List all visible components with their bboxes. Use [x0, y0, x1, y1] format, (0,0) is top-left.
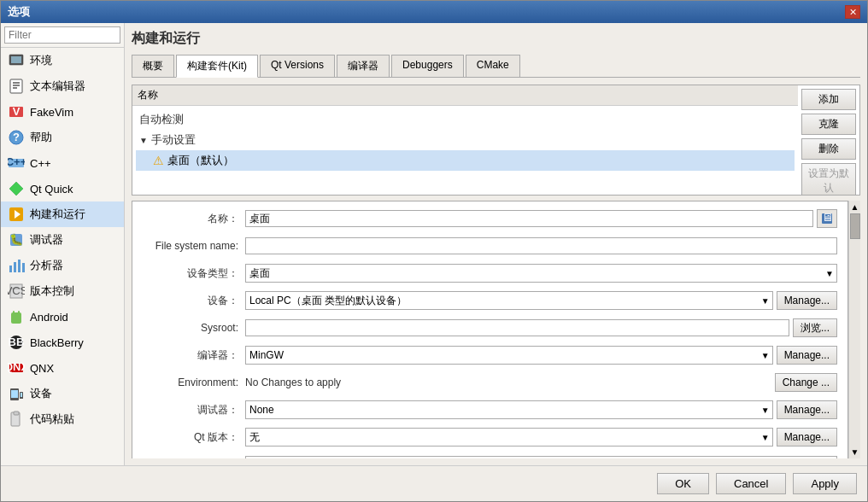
form-row-debugger: 调试器： None ▼: [143, 400, 837, 420]
sidebar-item-devices[interactable]: 设备: [1, 381, 124, 406]
svg-marker-12: [9, 182, 23, 196]
tree-manual-group[interactable]: ▼ 手动设置: [136, 130, 795, 150]
tab-overview[interactable]: 概要: [132, 55, 174, 77]
sidebar-item-blackberry[interactable]: BB BlackBerry: [1, 330, 124, 355]
tree-kit-desktop[interactable]: ⚠ 桌面（默认）: [136, 150, 795, 171]
environment-icon: [8, 52, 25, 69]
manage-debugger-button[interactable]: Manage...: [777, 400, 837, 419]
input-sysroot[interactable]: [245, 319, 789, 336]
sysroot-wrap: 浏览...: [245, 318, 837, 337]
sidebar-item-buildrun[interactable]: 构建和运行: [1, 201, 124, 227]
input-name[interactable]: [245, 210, 813, 227]
select-device-container: Local PC（桌面 类型的默认设备） ▼: [245, 291, 773, 310]
env-wrap: No Changes to apply Change ...: [245, 373, 837, 392]
sidebar-item-env[interactable]: 环境: [1, 48, 124, 73]
sidebar-item-debugger[interactable]: 🐛 调试器: [1, 227, 124, 253]
sidebar-item-codepaste[interactable]: 代码粘贴: [1, 406, 124, 432]
filter-input[interactable]: [4, 26, 120, 44]
svg-text:BB: BB: [9, 336, 25, 348]
form-row-name: 名称： 🖥: [143, 208, 837, 229]
tab-compilers[interactable]: 编译器: [337, 55, 390, 77]
control-environment: No Changes to apply Change ...: [245, 373, 837, 392]
label-environment: Environment:: [143, 376, 245, 388]
ok-button[interactable]: OK: [657, 473, 709, 494]
svg-rect-1: [11, 56, 21, 63]
scroll-down-btn[interactable]: ▼: [851, 447, 859, 457]
cancel-button[interactable]: Cancel: [716, 473, 786, 494]
sidebar-item-help[interactable]: ? 帮助: [1, 125, 124, 150]
tabs: 概要 构建套件(Kit) Qt Versions 编译器 Debuggers C…: [132, 55, 860, 78]
svg-rect-26: [18, 311, 20, 313]
bottom-bar: OK Cancel Apply: [1, 465, 867, 501]
select-qtversion[interactable]: 无: [245, 428, 773, 447]
name-icon-button[interactable]: 🖥: [817, 209, 837, 228]
sidebar-item-qnx[interactable]: QNX QNX: [1, 355, 124, 381]
select-compiler[interactable]: MinGW: [245, 346, 773, 365]
sidebar-label-analyzer: 分析器: [30, 258, 63, 273]
window-title: 选项: [8, 4, 30, 20]
scrollbar-thumb[interactable]: [850, 213, 860, 239]
change-env-button[interactable]: Change ...: [775, 373, 837, 392]
svg-text:C++: C++: [8, 155, 25, 168]
set-default-button[interactable]: 设置为默认: [801, 163, 856, 196]
form-row-device: 设备： Local PC（桌面 类型的默认设备） ▼: [143, 290, 837, 311]
sidebar-label-help: 帮助: [30, 130, 52, 145]
devices-icon: [8, 385, 25, 402]
help-icon: ?: [8, 129, 25, 146]
delete-kit-button[interactable]: 删除: [801, 138, 856, 160]
sidebar-label-fakevim: FakeVim: [30, 106, 73, 119]
env-value: No Changes to apply: [245, 375, 771, 390]
tree-auto-detect[interactable]: 自动检测: [136, 109, 795, 130]
input-fsname[interactable]: [245, 237, 837, 254]
svg-rect-19: [18, 260, 21, 272]
tab-qt-versions[interactable]: Qt Versions: [260, 55, 335, 77]
cpp-icon: C++: [8, 155, 25, 172]
sidebar-item-analyzer[interactable]: 分析器: [1, 253, 124, 278]
svg-text:QNX: QNX: [8, 360, 25, 373]
debugger-icon: 🐛: [8, 231, 25, 248]
manage-qtversion-button[interactable]: Manage...: [777, 428, 837, 447]
sidebar: 环境 文本编辑器 V FakeVim: [1, 23, 125, 465]
kit-panel: 名称 自动检测 ▼ 手动设置 ⚠ 桌面（默认）: [132, 85, 860, 196]
expand-arrow-icon: ▼: [139, 136, 148, 145]
browse-sysroot-button[interactable]: 浏览...: [793, 318, 837, 337]
input-qtmkspec[interactable]: [245, 456, 837, 458]
scroll-up-btn[interactable]: ▲: [851, 202, 859, 212]
sidebar-item-android[interactable]: Android: [1, 304, 124, 330]
blackberry-icon: BB: [8, 334, 25, 351]
tab-cmake[interactable]: CMake: [466, 55, 520, 77]
select-device[interactable]: Local PC（桌面 类型的默认设备）: [245, 291, 773, 310]
label-sysroot: Sysroot:: [143, 322, 245, 334]
main-content: 环境 文本编辑器 V FakeVim: [1, 23, 867, 465]
label-debugger: 调试器：: [143, 403, 245, 417]
select-devicetype[interactable]: 桌面: [245, 264, 837, 283]
clone-kit-button[interactable]: 克隆: [801, 114, 856, 135]
sidebar-item-qtquick[interactable]: Qt Quick: [1, 176, 124, 201]
apply-button[interactable]: Apply: [793, 473, 857, 494]
label-device: 设备：: [143, 294, 245, 308]
form-inner: 名称： 🖥: [132, 201, 847, 458]
form-scrollbar: ▲ ▼: [848, 201, 860, 458]
select-debugger[interactable]: None: [245, 400, 773, 419]
window: 选项 ✕ 环境: [0, 0, 868, 502]
control-devicetype: 桌面 ▼: [245, 264, 837, 283]
tab-debuggers[interactable]: Debuggers: [391, 55, 464, 77]
sidebar-label-qnx: QNX: [30, 362, 54, 375]
manual-label: 手动设置: [151, 132, 196, 148]
manage-compiler-button[interactable]: Manage...: [777, 346, 837, 365]
control-qtversion: 无 ▼ Manage...: [245, 428, 837, 447]
add-kit-button[interactable]: 添加: [801, 89, 856, 110]
sidebar-item-texteditor[interactable]: 文本编辑器: [1, 73, 124, 99]
sidebar-item-versioncontrol[interactable]: VCS 版本控制: [1, 278, 124, 304]
manage-device-button[interactable]: Manage...: [777, 291, 837, 310]
svg-text:🐛: 🐛: [9, 232, 24, 247]
close-button[interactable]: ✕: [845, 5, 860, 19]
tab-kits[interactable]: 构建套件(Kit): [176, 55, 258, 78]
sidebar-item-fakevim[interactable]: V FakeVim: [1, 99, 124, 125]
sidebar-items: 环境 文本编辑器 V FakeVim: [1, 48, 124, 465]
sidebar-item-cpp[interactable]: C++ C++: [1, 150, 124, 176]
titlebar: 选项 ✕: [1, 1, 867, 23]
form-row-qtmkspec: Qt mkspec:: [143, 454, 837, 458]
sidebar-label-devices: 设备: [30, 386, 52, 401]
filter-box: [1, 23, 124, 48]
